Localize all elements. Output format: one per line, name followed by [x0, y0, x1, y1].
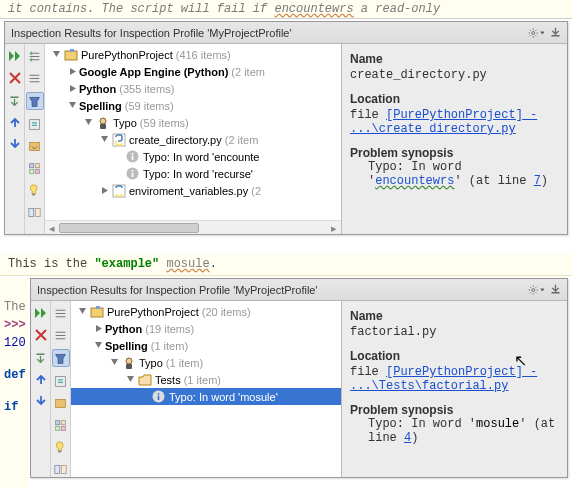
details-name-heading: Name	[350, 309, 561, 323]
tree-inspection[interactable]: Typo(1 item)	[71, 354, 341, 371]
details-pane: Name create_directory.py Location file […	[342, 44, 567, 234]
twisty-down-icon[interactable]	[83, 118, 93, 128]
svg-rect-41	[56, 420, 60, 424]
svg-line-5	[530, 29, 531, 30]
details-location-value: file [PurePythonProject] - ...\create_di…	[350, 108, 561, 136]
svg-rect-43	[56, 426, 60, 430]
export-html-icon[interactable]	[27, 138, 43, 154]
diff-icon[interactable]	[27, 204, 43, 220]
line-link[interactable]: 7	[534, 174, 541, 188]
export-icon[interactable]	[547, 25, 563, 41]
tree-category[interactable]: Python(19 items)	[71, 320, 341, 337]
tree-folder[interactable]: Tests(1 item)	[71, 371, 341, 388]
project-icon	[89, 304, 104, 319]
import-icon[interactable]	[33, 349, 49, 365]
settings-icon[interactable]	[53, 417, 69, 433]
project-icon	[63, 47, 78, 62]
rerun-icon[interactable]	[33, 305, 49, 321]
collapse-all-icon[interactable]	[53, 327, 69, 343]
next-icon[interactable]	[33, 393, 49, 409]
twisty-down-icon[interactable]	[67, 101, 77, 111]
details-location-value: file [PurePythonProject] - ...\Tests\fac…	[350, 365, 561, 393]
expand-all-icon[interactable]	[53, 305, 69, 321]
svg-rect-49	[96, 306, 100, 309]
prev-icon[interactable]	[33, 371, 49, 387]
svg-rect-9	[30, 119, 40, 129]
svg-rect-51	[126, 364, 132, 369]
toolbar-col-2	[25, 44, 45, 234]
tree-file[interactable]: enviroment_variables.py(2	[45, 182, 341, 199]
typo-link[interactable]: encountewrs	[375, 174, 454, 188]
twisty-down-icon[interactable]	[125, 375, 135, 385]
info-icon	[125, 166, 140, 181]
twisty-right-icon[interactable]	[67, 84, 77, 94]
prev-icon[interactable]	[7, 114, 23, 130]
python-file-icon	[111, 132, 126, 147]
tree-file[interactable]: create_directory.py(2 item	[45, 131, 341, 148]
details-synopsis-value: Typo: In word 'mosule' (at line 4)	[368, 417, 561, 445]
twisty-right-icon[interactable]	[67, 67, 77, 77]
group-by-severity-icon[interactable]	[26, 92, 44, 110]
tree-problem[interactable]: Typo: In word 'encounte	[45, 148, 341, 165]
export-icon[interactable]	[547, 282, 563, 298]
twisty-down-icon[interactable]	[109, 358, 119, 368]
svg-rect-21	[100, 124, 106, 129]
tree-root[interactable]: PurePythonProject(416 items)	[45, 46, 341, 63]
twisty-down-icon[interactable]	[77, 307, 87, 317]
rerun-icon[interactable]	[7, 48, 23, 64]
svg-rect-47	[61, 465, 66, 473]
svg-line-36	[536, 292, 537, 293]
tree-root[interactable]: PurePythonProject(20 items)	[71, 303, 341, 320]
results-tree[interactable]: PurePythonProject(20 items) Python(19 it…	[71, 301, 342, 477]
gear-icon[interactable]	[528, 282, 544, 298]
settings-icon[interactable]	[27, 160, 43, 176]
gear-icon[interactable]	[528, 25, 544, 41]
tree-category[interactable]: Python(355 items)	[45, 80, 341, 97]
tree-inspection[interactable]: Typo(59 items)	[45, 114, 341, 131]
svg-rect-39	[56, 376, 66, 386]
tree-category[interactable]: Google App Engine (Python)(2 item	[45, 63, 341, 80]
import-icon[interactable]	[7, 92, 23, 108]
svg-line-8	[536, 29, 537, 30]
svg-rect-19	[70, 49, 74, 52]
svg-rect-17	[35, 208, 40, 216]
twisty-down-icon[interactable]	[99, 135, 109, 145]
details-name-value: create_directory.py	[350, 68, 561, 82]
close-icon[interactable]	[7, 70, 23, 86]
tree-problem[interactable]: Typo: In word 'recurse'	[45, 165, 341, 182]
twisty-right-icon[interactable]	[99, 186, 109, 196]
editor-line-2: This is the "example" mosule.	[0, 253, 572, 276]
twisty-right-icon[interactable]	[93, 324, 103, 334]
inspection-panel-2: Inspection Results for Inspection Profil…	[30, 278, 568, 478]
details-name-heading: Name	[350, 52, 561, 66]
next-icon[interactable]	[7, 136, 23, 152]
svg-rect-40	[56, 399, 66, 407]
svg-rect-53	[158, 393, 160, 395]
svg-rect-22	[113, 134, 125, 146]
svg-line-37	[530, 292, 531, 293]
autoscroll-icon[interactable]	[27, 116, 43, 132]
tree-category[interactable]: Spelling(1 item)	[71, 337, 341, 354]
svg-rect-28	[132, 173, 134, 178]
scroll-left-icon[interactable]: ◂	[45, 221, 59, 234]
tree-category[interactable]: Spelling(59 items)	[45, 97, 341, 114]
tree-problem-selected[interactable]: Typo: In word 'mosule'	[71, 388, 341, 405]
twisty-down-icon[interactable]	[93, 341, 103, 351]
svg-rect-25	[132, 156, 134, 161]
fix-icon[interactable]	[53, 439, 69, 455]
info-icon	[151, 389, 166, 404]
scroll-thumb[interactable]	[59, 223, 199, 233]
results-tree[interactable]: PurePythonProject(416 items) Google App …	[45, 44, 342, 234]
diff-icon[interactable]	[53, 461, 69, 477]
fix-icon[interactable]	[27, 182, 43, 198]
tree-scrollbar-h[interactable]: ◂ ▸	[45, 220, 341, 234]
close-icon[interactable]	[33, 327, 49, 343]
autoscroll-icon[interactable]	[53, 373, 69, 389]
inspector-icon	[95, 115, 110, 130]
expand-all-icon[interactable]	[27, 48, 43, 64]
scroll-right-icon[interactable]: ▸	[327, 221, 341, 234]
collapse-all-icon[interactable]	[27, 70, 43, 86]
twisty-down-icon[interactable]	[51, 50, 61, 60]
group-by-severity-icon[interactable]	[52, 349, 70, 367]
export-html-icon[interactable]	[53, 395, 69, 411]
